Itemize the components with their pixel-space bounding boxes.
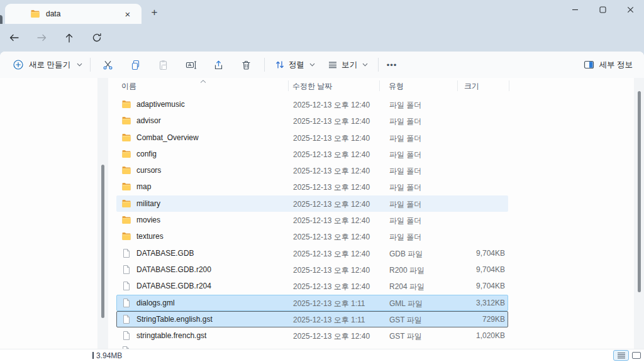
share-button[interactable]: [208, 55, 230, 74]
status-bar: 3.94MB: [0, 349, 644, 362]
file-date: 2025-12-13 오후 12:40: [293, 216, 370, 226]
column-header-name[interactable]: 이름: [121, 81, 136, 92]
minimize-button[interactable]: [561, 0, 589, 19]
sort-button-label: 정렬: [289, 60, 304, 70]
up-button[interactable]: [63, 31, 75, 44]
details-view-toggle[interactable]: [613, 350, 629, 361]
file-name: military: [136, 199, 160, 208]
maximize-button[interactable]: [589, 0, 616, 19]
file-size: 9,704KB: [476, 249, 505, 258]
file-icon: [121, 281, 131, 291]
file-row[interactable]: stringtable.french.gst2025-12-13 오후 12:4…: [116, 327, 508, 344]
forward-button[interactable]: [35, 31, 48, 44]
file-row[interactable]: DATABASE.GDB.r2042025-12-13 오후 12:40R204…: [116, 278, 508, 294]
back-button[interactable]: [8, 31, 20, 44]
file-row[interactable]: StringTable.english.gst2025-12-13 오후 1:1…: [116, 311, 508, 327]
file-date: 2025-12-13 오후 12:40: [293, 232, 370, 243]
file-row[interactable]: adaptivemusic2025-12-13 오후 12:40파일 폴더: [116, 96, 508, 112]
cut-button[interactable]: [97, 55, 119, 74]
delete-button[interactable]: [236, 55, 257, 74]
file-date: 2025-12-13 오후 12:40: [293, 133, 370, 144]
clipboard-icon: [158, 60, 169, 70]
file-row[interactable]: map2025-12-13 오후 12:40파일 폴더: [116, 178, 508, 195]
column-header-size[interactable]: 크기: [464, 81, 479, 92]
sort-button[interactable]: 정렬: [270, 55, 320, 74]
file-date: 2025-12-13 오후 12:40: [293, 100, 370, 111]
folder-icon: [121, 165, 131, 175]
file-row[interactable]: DATABASE.GDB2025-12-13 오후 12:40GDB 파일9,7…: [116, 245, 508, 261]
sort-arrows-icon: [275, 60, 285, 70]
new-button[interactable]: 새로 만들기: [9, 55, 86, 74]
file-row[interactable]: DATABASE.GDB.r2002025-12-13 오후 12:40R200…: [116, 261, 508, 278]
file-row[interactable]: textures2025-12-13 오후 12:40파일 폴더: [116, 228, 508, 244]
file-type: 파일 폴더: [389, 150, 421, 160]
copy-icon: [130, 60, 141, 70]
file-row[interactable]: advisor2025-12-13 오후 12:40파일 폴더: [116, 112, 508, 129]
file-list: adaptivemusic2025-12-13 오후 12:40파일 폴더adv…: [116, 96, 508, 349]
file-name: StringTable.english.gst: [136, 315, 213, 324]
explorer-tab[interactable]: data ×: [5, 4, 142, 24]
file-name: stringtable.french.gst: [136, 331, 206, 340]
more-options-button[interactable]: •••: [382, 55, 401, 74]
file-name: movies: [136, 216, 160, 224]
file-name: DATABASE.GDB.r204: [136, 282, 211, 290]
file-row[interactable]: dialogs.gml2025-12-13 오후 1:11GML 파일3,312…: [116, 295, 508, 311]
file-type: 파일 폴더: [389, 166, 421, 177]
file-name: dialogs.gml: [136, 299, 175, 307]
file-type: GST 파일: [389, 331, 422, 342]
right-scrollbar-thumb[interactable]: [638, 91, 641, 292]
share-icon: [213, 60, 224, 70]
column-header-date[interactable]: 수정한 날짜: [292, 81, 332, 92]
file-date: 2025-12-13 오후 1:11: [293, 315, 365, 326]
rename-button[interactable]: [180, 55, 202, 74]
file-row[interactable]: movies2025-12-13 오후 12:40파일 폴더: [116, 212, 508, 228]
tab-close-icon[interactable]: ×: [122, 8, 133, 19]
copy-button[interactable]: [125, 55, 147, 74]
details-panel-icon: [584, 60, 594, 70]
file-date: 2025-12-13 오후 12:40: [293, 282, 370, 292]
file-name: Combat_Overview: [136, 133, 199, 142]
file-type: R204 파일: [389, 282, 425, 292]
scissors-icon: [103, 60, 113, 70]
file-type: 파일 폴더: [389, 216, 421, 226]
file-type: 파일 폴더: [389, 100, 421, 111]
file-size: 9,704KB: [476, 282, 505, 290]
column-header-type[interactable]: 유형: [389, 81, 404, 92]
view-button-label: 보기: [341, 60, 357, 70]
folder-icon: [121, 182, 131, 192]
refresh-button[interactable]: [91, 31, 103, 44]
column-separator[interactable]: [509, 80, 509, 91]
file-type: 파일 폴더: [389, 182, 421, 193]
column-separator[interactable]: [379, 80, 380, 91]
file-type: 파일 폴더: [389, 116, 421, 127]
navigation-bar: › ••• common›SuperPower 2›MODS›SP2›data›: [0, 24, 644, 52]
folder-icon: [121, 199, 131, 209]
file-icon: [121, 265, 131, 275]
column-header-row: 이름 수정한 날짜 유형 크기: [116, 78, 509, 94]
chevron-down-icon: [362, 63, 368, 67]
column-separator[interactable]: [457, 80, 458, 91]
new-tab-button[interactable]: +: [148, 6, 160, 18]
folder-icon: [121, 99, 131, 109]
file-row[interactable]: cursors2025-12-13 오후 12:40파일 폴더: [116, 162, 508, 178]
file-row[interactable]: military2025-12-13 오후 12:40파일 폴더: [116, 195, 508, 212]
file-date: 2025-12-13 오후 12:40: [293, 331, 370, 342]
file-name: advisor: [136, 116, 161, 125]
paste-button[interactable]: [153, 55, 174, 74]
toolbar-divider: [264, 58, 265, 72]
status-size-text: 3.94MB: [96, 351, 122, 360]
file-row[interactable]: config2025-12-13 오후 12:40파일 폴더: [116, 146, 508, 162]
icons-view-toggle[interactable]: [630, 350, 643, 361]
file-date: 2025-12-13 오후 12:40: [293, 150, 370, 160]
close-button[interactable]: [616, 0, 644, 19]
file-size: 3,312KB: [476, 299, 505, 307]
file-date: 2025-12-13 오후 12:40: [293, 199, 370, 210]
file-name: config: [136, 150, 157, 158]
view-button[interactable]: 보기: [323, 55, 373, 74]
details-pane-button[interactable]: 세부 정보: [581, 55, 635, 74]
plus-circle-icon: [13, 59, 24, 70]
left-scrollbar-thumb[interactable]: [101, 165, 104, 318]
column-separator[interactable]: [288, 80, 289, 91]
file-row[interactable]: Combat_Overview2025-12-13 오후 12:40파일 폴더: [116, 129, 508, 146]
file-size: 1,020KB: [476, 331, 505, 340]
